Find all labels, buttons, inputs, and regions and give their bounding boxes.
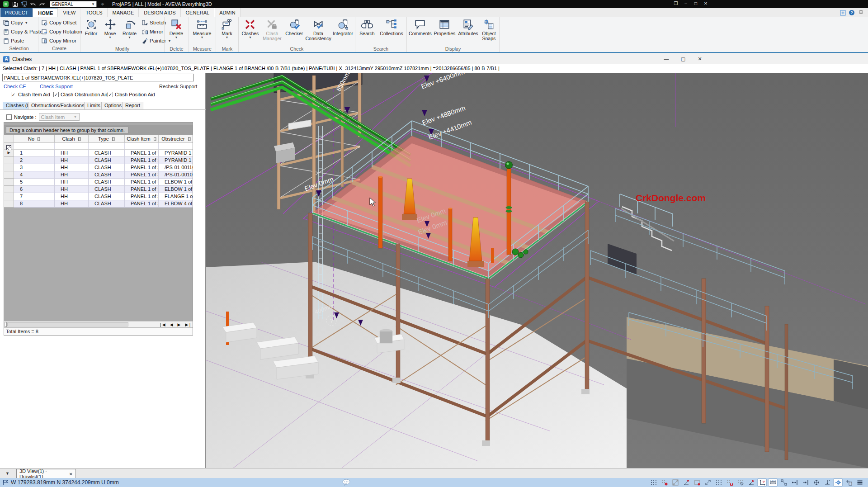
undo-icon[interactable]	[30, 1, 36, 7]
pin-icon[interactable]	[36, 137, 40, 141]
delete-button[interactable]: Delete▼	[165, 18, 187, 46]
clash-row[interactable]: 5HHCLASHPANEL 1 of SBF...ELBOW 1 of BR	[4, 179, 193, 186]
clash-row[interactable]: 2HHCLASHPANEL 1 of SBF...PYRAMID 1 of S	[4, 157, 193, 164]
customize-toolbar-icon[interactable]: ≑	[99, 1, 106, 7]
next-page-icon[interactable]: ▶	[178, 322, 181, 328]
paste-button[interactable]: Paste	[2, 37, 44, 45]
minimize-clashes-icon[interactable]: —	[660, 55, 673, 63]
save-icon[interactable]	[12, 1, 18, 7]
statusbar-menu-icon[interactable]	[855, 478, 864, 487]
snap-grid-icon[interactable]	[725, 478, 734, 487]
ribbon-tab-view[interactable]: VIEW	[58, 8, 80, 17]
recheck-support-link[interactable]: Recheck Support	[159, 84, 197, 89]
collections-button[interactable]: Collections	[378, 18, 405, 46]
clash-position-aid-checkbox[interactable]: ✓Clash Position Aid	[108, 92, 155, 97]
attributes-button[interactable]: Attributes	[457, 18, 480, 46]
maximize-window-icon[interactable]: □	[693, 1, 699, 6]
drop-snap-icon[interactable]	[822, 478, 832, 487]
hatch-grid-icon[interactable]	[670, 478, 680, 487]
editor-button[interactable]: Editor	[81, 18, 101, 46]
grid-toggle-icon[interactable]	[649, 478, 658, 487]
copy-rotation-button[interactable]: Copy Rotation	[40, 28, 84, 36]
copy-mirror-button[interactable]: Copy Mirror	[40, 37, 84, 45]
pin-ribbon-icon[interactable]	[856, 8, 865, 17]
grid-filter-row[interactable]	[4, 143, 193, 150]
first-page-icon[interactable]: ❘◀	[159, 322, 165, 328]
distance-snap-icon[interactable]	[768, 478, 778, 487]
maximize-clashes-icon[interactable]: ▢	[677, 55, 689, 63]
grid-settings-icon[interactable]	[736, 478, 745, 487]
move-button[interactable]: Move▼	[101, 18, 119, 46]
checker-button[interactable]: Checker	[283, 18, 305, 46]
display-options-icon[interactable]	[21, 1, 27, 7]
last-page-icon[interactable]: ▶❘	[185, 322, 192, 328]
snap-indicator-icon[interactable]	[660, 478, 669, 487]
quick-access-combo[interactable]: GENERAL▼	[50, 1, 97, 7]
select-all-icon[interactable]	[4, 143, 14, 149]
grid-horizontal-scrollbar[interactable]: ❘◀ ◀ ▶ ▶❘	[4, 321, 193, 327]
tab-obstructions-exclusions[interactable]: Obstructions/Exclusions	[28, 102, 87, 109]
tab-report[interactable]: Report	[122, 102, 143, 109]
close-view-tab-icon[interactable]: ✕	[69, 472, 73, 477]
ribbon-tab-admin[interactable]: ADMIN	[214, 8, 240, 17]
object-snaps-button[interactable]: Object Snaps	[480, 18, 498, 46]
prev-page-icon[interactable]: ◀	[170, 322, 173, 328]
column-header-obstructer[interactable]: Obstructer	[159, 135, 193, 142]
properties-button[interactable]: Properties	[433, 18, 457, 46]
ribbon-tab-tools[interactable]: TOOLS	[80, 8, 107, 17]
pin-icon[interactable]	[187, 137, 191, 141]
group-by-band[interactable]: Drag a column header here to group by th…	[4, 125, 193, 135]
ribbon-tab-project[interactable]: PROJECT	[0, 8, 33, 17]
column-header-clash[interactable]: Clash	[55, 135, 89, 142]
ribbon-tab-design-aids[interactable]: DESIGN AIDS	[139, 8, 180, 17]
ribbon-tab-home[interactable]: HOME	[33, 8, 58, 17]
pin-icon[interactable]	[152, 137, 156, 141]
clash-manager-button[interactable]: Clash Manager	[261, 18, 284, 46]
painter-button[interactable]: Painter▼	[141, 37, 162, 45]
clash-row[interactable]: 7HHCLASHPANEL 1 of SBF...FLANGE 1 of B.	[4, 193, 193, 200]
column-header-clash-item[interactable]: Clash Item	[125, 135, 159, 142]
rotate-button[interactable]: Rotate▼	[119, 18, 140, 46]
column-header-type[interactable]: Type	[89, 135, 125, 142]
view-tab-3d-view[interactable]: 3D View(1) - Drawlist(1) ✕	[16, 469, 76, 478]
ribbon-tab-manage[interactable]: MANAGE	[108, 8, 139, 17]
stretch-button[interactable]: Stretch	[141, 19, 162, 27]
panel-indicator-icon[interactable]	[692, 478, 702, 487]
axis-snap-icon[interactable]	[757, 478, 767, 487]
clash-row[interactable]: ▶1HHCLASHPANEL 1 of SBF...PYRAMID 1 of S	[4, 150, 193, 157]
message-bubble-icon[interactable]	[342, 479, 350, 487]
view-tab-menu-icon[interactable]: ▼	[5, 471, 9, 476]
clash-row[interactable]: 8HHCLASHPANEL 1 of SBF...ELBOW 4 of BR	[4, 200, 193, 208]
tab-limits[interactable]: Limits	[84, 102, 104, 109]
minimize-window-icon[interactable]: –	[683, 1, 689, 6]
comments-button[interactable]: Comments	[408, 18, 433, 46]
check-support-link[interactable]: Check Support	[40, 84, 73, 89]
extend-snap-icon[interactable]	[790, 478, 799, 487]
tab-options[interactable]: Options	[101, 102, 125, 109]
clashes-window-titlebar[interactable]: A Clashes — ▢ ✕	[0, 54, 868, 64]
scrollbar-thumb[interactable]	[7, 322, 128, 326]
clash-row[interactable]: 4HHCLASHPANEL 1 of SBF.../PS-01-00107/S	[4, 171, 193, 179]
angle-measure-icon[interactable]	[681, 478, 691, 487]
nearest-snap-icon[interactable]	[801, 478, 810, 487]
copy-button[interactable]: Copy▼	[2, 19, 44, 27]
node-snap-icon[interactable]	[779, 478, 788, 487]
close-clashes-icon[interactable]: ✕	[693, 55, 706, 63]
restore-window-icon[interactable]: ❐	[673, 1, 679, 6]
check-ce-link[interactable]: Check CE	[4, 84, 26, 89]
resize-handles-icon[interactable]	[703, 478, 712, 487]
scrollbar-left-cap[interactable]	[5, 322, 7, 327]
clash-item-input[interactable]	[2, 74, 194, 81]
clash-row[interactable]: 6HHCLASHPANEL 1 of SBF...ELBOW 1 of BR	[4, 186, 193, 193]
add-view-icon[interactable]	[838, 8, 847, 17]
origin-snap-icon[interactable]	[833, 478, 843, 487]
close-window-icon[interactable]: ✕	[703, 1, 709, 6]
help-icon[interactable]: ?	[847, 8, 856, 17]
mark-button[interactable]: Mark▼	[217, 18, 237, 46]
redo-icon[interactable]	[39, 1, 45, 7]
navigate-combo[interactable]: Clash Item▼	[39, 113, 80, 121]
navigate-checkbox[interactable]	[6, 114, 12, 120]
clash-item-aid-checkbox[interactable]: ✓Clash Item Aid	[11, 92, 50, 97]
data-consistency-button[interactable]: Data Consistency	[305, 18, 332, 46]
pin-icon[interactable]	[111, 137, 115, 141]
